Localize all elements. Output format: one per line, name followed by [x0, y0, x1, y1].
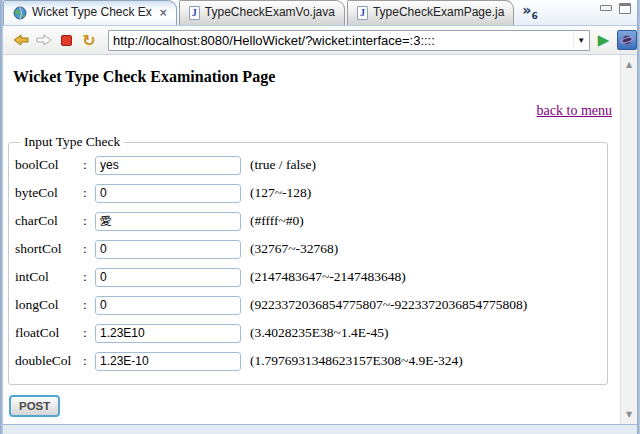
type-input[interactable]: [95, 240, 241, 259]
field-row: charCol : (#ffff~#0): [15, 207, 599, 235]
post-button[interactable]: POST: [9, 395, 60, 417]
tab-typecheckexamvo[interactable]: J TypeCheckExamVo.java: [179, 0, 345, 25]
type-input[interactable]: [95, 268, 241, 287]
globe-icon: [13, 6, 27, 20]
field-row: doubleCol : (1.7976931348623157E308~4.9E…: [15, 347, 599, 375]
url-input[interactable]: [109, 33, 573, 48]
refresh-button[interactable]: ↻: [79, 31, 99, 49]
address-bar: ▼: [108, 30, 590, 51]
back-button[interactable]: [11, 31, 31, 49]
forward-arrow-icon: [36, 34, 52, 46]
web-browser-icon[interactable]: [617, 30, 637, 50]
field-label: intCol: [15, 269, 83, 285]
go-button[interactable]: ▶: [598, 31, 610, 49]
back-link-row: back to menu: [3, 103, 612, 119]
editor-tab-bar: Wicket Type Check Ex × J TypeCheckExamVo…: [3, 0, 637, 26]
minimize-icon[interactable]: [600, 5, 612, 11]
stop-icon: [61, 35, 72, 46]
field-label: shortCol: [15, 241, 83, 257]
browser-viewport: Wicket Type Check Examination Page back …: [3, 55, 637, 424]
java-file-icon: J: [357, 6, 368, 20]
field-colon: :: [83, 185, 95, 201]
hidden-editors-count: 6: [531, 11, 537, 21]
tab-wicket-type-check[interactable]: Wicket Type Check Ex ×: [3, 0, 177, 25]
field-range-hint: (1.7976931348623157E308~4.9E-324): [250, 353, 463, 369]
field-colon: :: [83, 297, 95, 313]
field-colon: :: [83, 269, 95, 285]
hidden-editors-chevron-icon[interactable]: »6: [522, 2, 537, 21]
field-colon: :: [83, 353, 95, 369]
stop-button[interactable]: [56, 31, 76, 49]
field-label: floatCol: [15, 325, 83, 341]
maximize-icon[interactable]: [619, 3, 631, 14]
input-type-check-fieldset: Input Type Check boolCol : (true / false…: [8, 134, 608, 385]
status-strip: [3, 424, 637, 434]
type-input[interactable]: [95, 156, 241, 175]
type-input[interactable]: [95, 212, 241, 231]
field-label: boolCol: [15, 157, 83, 173]
eclipse-editor-area: Wicket Type Check Ex × J TypeCheckExamVo…: [0, 0, 640, 434]
type-input[interactable]: [95, 184, 241, 203]
url-dropdown-button[interactable]: ▼: [573, 31, 589, 50]
type-input[interactable]: [95, 352, 241, 371]
field-colon: :: [83, 325, 95, 341]
field-colon: :: [83, 157, 95, 173]
field-row: longCol : (9223372036854775807~-92233720…: [15, 291, 599, 319]
vertical-scrollbar[interactable]: ▲ ▼: [620, 55, 637, 424]
field-range-hint: (32767~-32768): [250, 241, 338, 257]
frame-edge-left: [0, 0, 3, 434]
field-row: intCol : (2147483647~-2147483648): [15, 263, 599, 291]
tab-label: TypeCheckExamPage.ja: [373, 5, 504, 19]
field-range-hint: (3.4028235E38~1.4E-45): [250, 325, 389, 341]
field-label: byteCol: [15, 185, 83, 201]
view-window-buttons: [600, 0, 637, 14]
back-arrow-icon: [13, 34, 29, 46]
field-colon: :: [83, 213, 95, 229]
field-range-hint: (#ffff~#0): [250, 213, 304, 229]
forward-button[interactable]: [34, 31, 54, 49]
field-range-hint: (true / false): [250, 157, 316, 173]
field-colon: :: [83, 241, 95, 257]
type-input[interactable]: [95, 296, 241, 315]
type-input[interactable]: [95, 324, 241, 343]
field-label: doubleCol: [15, 353, 83, 369]
close-icon[interactable]: ×: [160, 6, 167, 20]
field-label: longCol: [15, 297, 83, 313]
tab-typecheckexampage[interactable]: J TypeCheckExamPage.ja: [347, 0, 514, 25]
java-file-icon: J: [189, 6, 200, 20]
field-row: boolCol : (true / false): [15, 151, 599, 179]
field-row: byteCol : (127~-128): [15, 179, 599, 207]
field-label: charCol: [15, 213, 83, 229]
scroll-up-icon[interactable]: ▲: [621, 60, 637, 69]
browser-toolbar: ↻ ▼ ▶: [3, 26, 637, 55]
tab-label: TypeCheckExamVo.java: [205, 5, 335, 19]
field-row: floatCol : (3.4028235E38~1.4E-45): [15, 319, 599, 347]
back-to-menu-link[interactable]: back to menu: [537, 103, 612, 118]
fieldset-legend: Input Type Check: [20, 134, 124, 150]
field-row: shortCol : (32767~-32768): [15, 235, 599, 263]
saturn-globe-icon: [620, 33, 634, 47]
scroll-down-icon[interactable]: ▼: [621, 410, 637, 419]
field-range-hint: (127~-128): [250, 185, 311, 201]
tab-label: Wicket Type Check Ex: [32, 5, 152, 19]
page-title: Wicket Type Check Examination Page: [13, 68, 620, 86]
field-range-hint: (9223372036854775807~-922337203685477580…: [250, 297, 527, 313]
field-range-hint: (2147483647~-2147483648): [250, 269, 406, 285]
